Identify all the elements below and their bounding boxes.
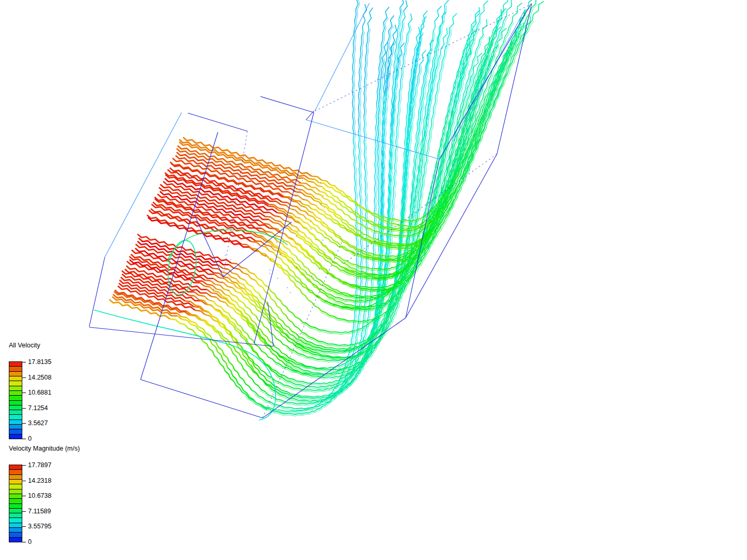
colorbar-cell [9, 410, 22, 415]
tick-mark [22, 481, 26, 481]
colorbar-cell [9, 396, 22, 400]
colorbar-cell [9, 415, 22, 419]
colorbar-cell [9, 499, 22, 503]
colorbar-cell [9, 533, 22, 537]
colorbar-cell [9, 489, 22, 494]
colorbar [9, 465, 22, 542]
tick-mark [22, 362, 26, 362]
wireframe-boxes-layer [89, 3, 532, 418]
colorbar-cell [9, 386, 22, 391]
tick-mark [22, 526, 26, 527]
tick-label: 10.6738 [28, 492, 51, 499]
legend-title: Velocity Magnitude (m/s) [9, 445, 80, 452]
colorbar-cell [9, 376, 22, 381]
colorbar-cell [9, 372, 22, 376]
legend-velocity-magnitude: Velocity Magnitude (m/s) 17.789714.23181… [9, 445, 80, 542]
tick-mark [22, 408, 26, 409]
colorbar-cell [9, 538, 22, 542]
colorbar-cell [9, 528, 22, 533]
recirculation-curves-layer [94, 230, 287, 420]
tick-mark [22, 377, 26, 378]
colorbar-cell [9, 504, 22, 509]
colorbar-cell [9, 470, 22, 474]
colorbar-cell [9, 401, 22, 405]
colorbar-cell [9, 484, 22, 489]
colorbar-cell [9, 367, 22, 371]
colorbar-cell [9, 465, 22, 470]
legend-all-velocity: All Velocity 17.813514.250810.68817.1254… [9, 342, 40, 439]
tick-mark [22, 439, 26, 439]
colorbar-cell [9, 420, 22, 425]
tick-label: 7.11589 [28, 508, 51, 515]
colorbar-cell [9, 523, 22, 528]
tick-label: 3.55795 [28, 523, 51, 530]
colorbar-cell [9, 362, 22, 367]
colorbar-cell [9, 381, 22, 386]
viewport-3d[interactable] [0, 0, 747, 560]
colorbar-cell [9, 480, 22, 484]
colorbar-cell [9, 475, 22, 480]
cfd-render-viewport[interactable]: All Velocity 17.813514.250810.68817.1254… [0, 0, 747, 560]
colorbar-cell [9, 494, 22, 499]
tick-mark [22, 465, 26, 466]
tick-mark [22, 423, 26, 424]
tick-mark [22, 542, 26, 542]
tick-mark [22, 511, 26, 512]
tick-label: 17.7897 [28, 461, 51, 469]
streamlines-layer [109, 0, 544, 416]
colorbar-cell [9, 518, 22, 523]
tick-label: 14.2318 [28, 477, 51, 484]
tick-mark [22, 393, 26, 393]
colorbar [9, 361, 22, 439]
colorbar-cell [9, 429, 22, 434]
colorbar-cell [9, 391, 22, 396]
colorbar-cell [9, 435, 22, 439]
tick-mark [22, 496, 26, 496]
colorbar-cell [9, 405, 22, 410]
colorbar-cell [9, 509, 22, 513]
colorbar-cell [9, 425, 22, 429]
colorbar-cell [9, 513, 22, 518]
legend-title: All Velocity [9, 342, 40, 349]
